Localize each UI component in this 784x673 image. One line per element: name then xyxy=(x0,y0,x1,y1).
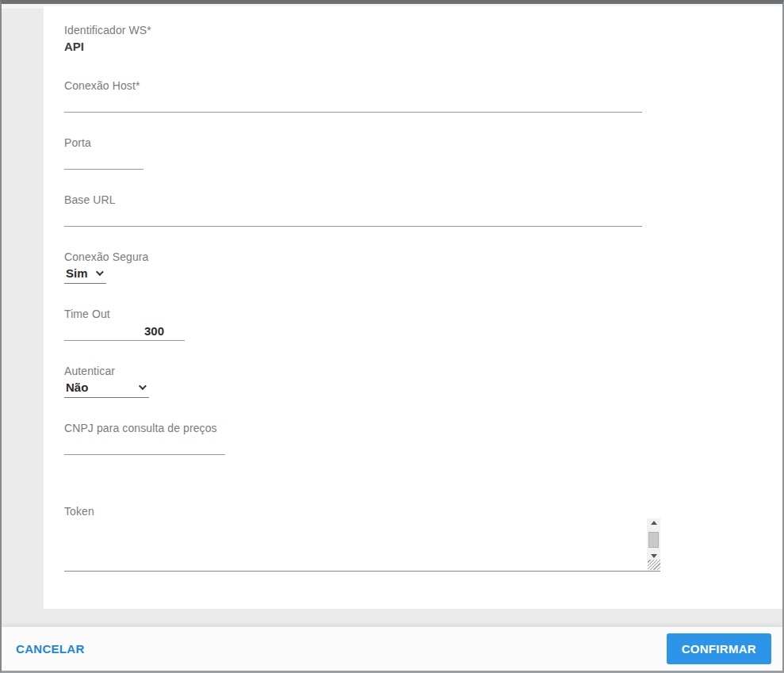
cnpj-label: CNPJ para consulta de preços xyxy=(64,422,762,434)
chevron-down-icon xyxy=(139,382,147,390)
field-time-out: Time Out xyxy=(64,308,762,341)
form-card: Identificador WS* API Conexão Host* Port… xyxy=(44,6,782,609)
identificador-ws-label: Identificador WS* xyxy=(64,24,762,36)
scroll-up-arrow-icon[interactable] xyxy=(651,521,657,525)
field-conexao-segura: Conexão Segura Sim xyxy=(64,250,762,284)
base-url-label: Base URL xyxy=(64,193,762,206)
dialog-footer: CANCELAR CONFIRMAR xyxy=(2,626,782,671)
token-textarea[interactable] xyxy=(64,518,660,571)
time-out-label: Time Out xyxy=(64,308,762,320)
token-textarea-wrap xyxy=(64,518,660,572)
ws-config-dialog: { "dialog": { "fields": [ { "label": "Id… xyxy=(0,0,784,673)
field-cnpj: CNPJ para consulta de preços xyxy=(64,422,762,455)
porta-input[interactable] xyxy=(64,151,143,170)
field-conexao-host: Conexão Host* xyxy=(64,79,762,113)
cnpj-input[interactable] xyxy=(64,436,225,455)
resize-grip-icon[interactable] xyxy=(648,560,660,570)
field-porta: Porta xyxy=(64,136,762,170)
conexao-segura-label: Conexão Segura xyxy=(64,250,762,263)
autenticar-select[interactable]: Não xyxy=(64,379,149,398)
cancel-button[interactable]: CANCELAR xyxy=(16,642,85,656)
field-identificador-ws: Identificador WS* API xyxy=(64,24,762,54)
conexao-segura-select[interactable]: Sim xyxy=(64,265,106,284)
autenticar-label: Autenticar xyxy=(64,365,762,377)
conexao-host-input[interactable] xyxy=(64,94,642,113)
conexao-segura-selected-value: Sim xyxy=(66,266,88,281)
field-autenticar: Autenticar Não xyxy=(64,365,762,398)
autenticar-selected-value: Não xyxy=(66,380,88,395)
porta-label: Porta xyxy=(64,136,762,149)
token-label: Token xyxy=(64,505,762,518)
confirm-button[interactable]: CONFIRMAR xyxy=(667,633,771,664)
field-base-url: Base URL xyxy=(64,193,762,227)
identificador-ws-value: API xyxy=(64,40,762,54)
base-url-input[interactable] xyxy=(64,208,642,227)
conexao-host-label: Conexão Host* xyxy=(64,79,762,92)
time-out-input[interactable] xyxy=(64,322,185,341)
token-scrollbar[interactable] xyxy=(647,518,660,560)
field-token: Token xyxy=(64,505,762,572)
chevron-down-icon xyxy=(96,268,104,276)
scrollbar-thumb[interactable] xyxy=(648,532,659,548)
scroll-down-arrow-icon[interactable] xyxy=(651,554,657,558)
